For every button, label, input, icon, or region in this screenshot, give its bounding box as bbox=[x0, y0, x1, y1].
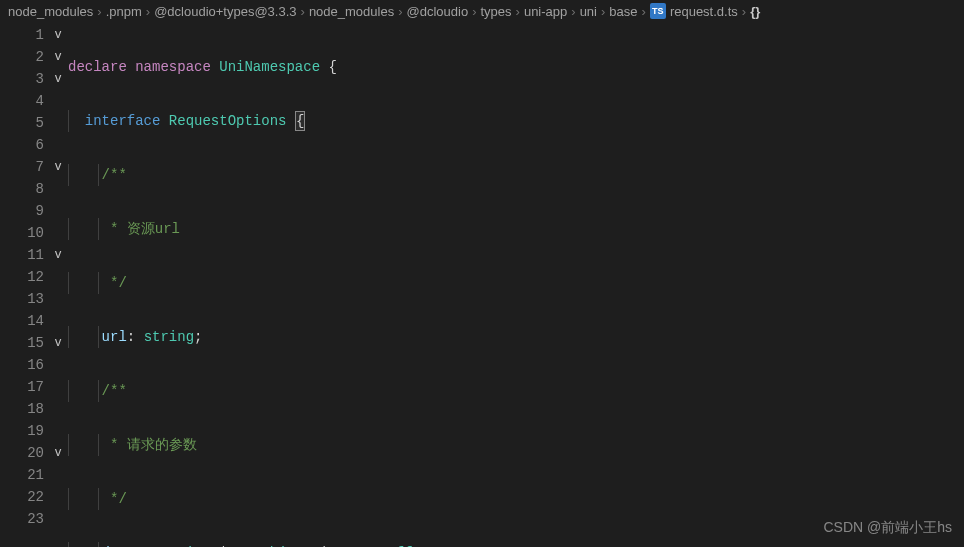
fold-toggle[interactable]: v bbox=[48, 332, 68, 354]
line-number: 10 bbox=[0, 222, 48, 244]
code-area[interactable]: declare namespace UniNamespace { interfa… bbox=[68, 22, 964, 547]
fold-toggle[interactable] bbox=[48, 354, 68, 376]
crumb-0[interactable]: node_modules bbox=[8, 4, 93, 19]
chevron-icon: › bbox=[301, 4, 305, 19]
line-number: 19 bbox=[0, 420, 48, 442]
line-number: 17 bbox=[0, 376, 48, 398]
crumb-7[interactable]: uni bbox=[580, 4, 597, 19]
crumb-4[interactable]: @dcloudio bbox=[407, 4, 469, 19]
line-number: 11 bbox=[0, 244, 48, 266]
line-number: 20 bbox=[0, 442, 48, 464]
code-line: */ bbox=[68, 272, 964, 294]
fold-toggle[interactable] bbox=[48, 90, 68, 112]
line-number-gutter: 1 2 3 4 5 6 7 8 9 10 11 12 13 14 15 16 1… bbox=[0, 22, 48, 547]
code-line: interface RequestOptions { bbox=[68, 110, 964, 132]
chevron-icon: › bbox=[742, 4, 746, 19]
fold-toggle[interactable]: v bbox=[48, 244, 68, 266]
fold-toggle[interactable] bbox=[48, 222, 68, 244]
line-number: 5 bbox=[0, 112, 48, 134]
chevron-icon: › bbox=[601, 4, 605, 19]
crumb-1[interactable]: .pnpm bbox=[106, 4, 142, 19]
code-line: data?: string | AnyObject | ArrayBuffer; bbox=[68, 542, 964, 547]
line-number: 15 bbox=[0, 332, 48, 354]
line-number: 18 bbox=[0, 398, 48, 420]
chevron-icon: › bbox=[571, 4, 575, 19]
line-number: 1 bbox=[0, 24, 48, 46]
chevron-icon: › bbox=[516, 4, 520, 19]
chevron-icon: › bbox=[146, 4, 150, 19]
fold-toggle[interactable] bbox=[48, 112, 68, 134]
line-number: 2 bbox=[0, 46, 48, 68]
fold-toggle[interactable]: v bbox=[48, 68, 68, 90]
line-number: 13 bbox=[0, 288, 48, 310]
crumb-3[interactable]: node_modules bbox=[309, 4, 394, 19]
fold-toggle[interactable]: v bbox=[48, 156, 68, 178]
code-line: */ bbox=[68, 488, 964, 510]
line-number: 4 bbox=[0, 90, 48, 112]
fold-toggle[interactable]: v bbox=[48, 46, 68, 68]
code-line: declare namespace UniNamespace { bbox=[68, 56, 964, 78]
fold-toggle[interactable]: v bbox=[48, 442, 68, 464]
chevron-icon: › bbox=[97, 4, 101, 19]
fold-toggle[interactable]: v bbox=[48, 24, 68, 46]
code-line: /** bbox=[68, 380, 964, 402]
line-number: 3 bbox=[0, 68, 48, 90]
line-number: 23 bbox=[0, 508, 48, 530]
fold-toggle[interactable] bbox=[48, 508, 68, 530]
crumb-5[interactable]: types bbox=[480, 4, 511, 19]
fold-toggle[interactable] bbox=[48, 310, 68, 332]
line-number: 9 bbox=[0, 200, 48, 222]
line-number: 22 bbox=[0, 486, 48, 508]
code-line: * 资源url bbox=[68, 218, 964, 240]
fold-toggle[interactable] bbox=[48, 486, 68, 508]
fold-gutter: v v v v v v v bbox=[48, 22, 68, 547]
code-editor[interactable]: 1 2 3 4 5 6 7 8 9 10 11 12 13 14 15 16 1… bbox=[0, 22, 964, 547]
crumb-8[interactable]: base bbox=[609, 4, 637, 19]
fold-toggle[interactable] bbox=[48, 376, 68, 398]
chevron-icon: › bbox=[642, 4, 646, 19]
fold-toggle[interactable] bbox=[48, 398, 68, 420]
chevron-icon: › bbox=[398, 4, 402, 19]
fold-toggle[interactable] bbox=[48, 200, 68, 222]
code-line: url: string; bbox=[68, 326, 964, 348]
line-number: 21 bbox=[0, 464, 48, 486]
symbol-icon: {} bbox=[750, 4, 760, 19]
code-line: /** bbox=[68, 164, 964, 186]
crumb-6[interactable]: uni-app bbox=[524, 4, 567, 19]
fold-toggle[interactable] bbox=[48, 134, 68, 156]
fold-toggle[interactable] bbox=[48, 266, 68, 288]
fold-toggle[interactable] bbox=[48, 178, 68, 200]
fold-toggle[interactable] bbox=[48, 420, 68, 442]
crumb-2[interactable]: @dcloudio+types@3.3.3 bbox=[154, 4, 296, 19]
code-line: * 请求的参数 bbox=[68, 434, 964, 456]
crumb-file[interactable]: request.d.ts bbox=[670, 4, 738, 19]
line-number: 7 bbox=[0, 156, 48, 178]
typescript-file-icon: TS bbox=[650, 3, 666, 19]
fold-toggle[interactable] bbox=[48, 288, 68, 310]
chevron-icon: › bbox=[472, 4, 476, 19]
breadcrumb: node_modules› .pnpm› @dcloudio+types@3.3… bbox=[0, 0, 964, 22]
line-number: 6 bbox=[0, 134, 48, 156]
line-number: 12 bbox=[0, 266, 48, 288]
line-number: 14 bbox=[0, 310, 48, 332]
line-number: 8 bbox=[0, 178, 48, 200]
fold-toggle[interactable] bbox=[48, 464, 68, 486]
line-number: 16 bbox=[0, 354, 48, 376]
